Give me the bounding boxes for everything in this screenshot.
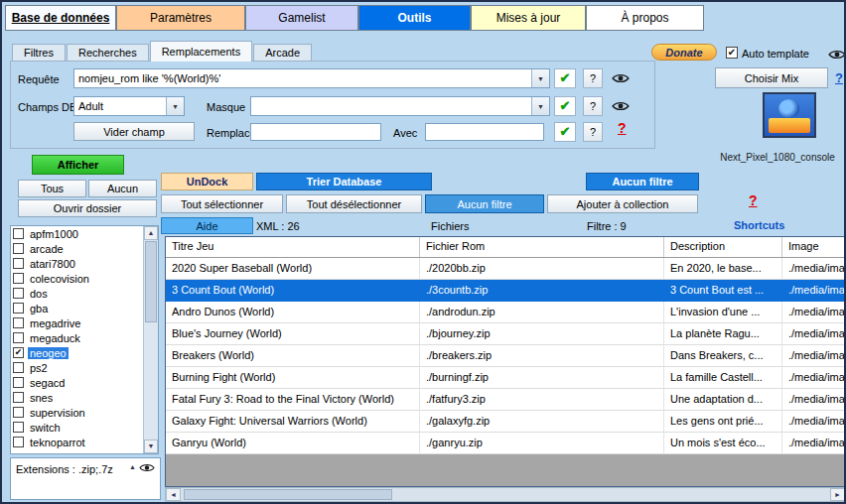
scroll-down-arrow-icon[interactable]: ▼ <box>144 440 158 453</box>
system-checkbox[interactable] <box>13 377 24 388</box>
trier-database-button[interactable]: Trier Database <box>256 173 432 190</box>
remplacer-help-button[interactable]: ? <box>583 122 603 142</box>
requete-eye-icon[interactable] <box>612 72 630 84</box>
system-item-neogeo[interactable]: ✔neogeo <box>11 345 143 360</box>
ajouter-a-collection-button[interactable]: Ajouter à collection <box>547 194 698 213</box>
system-item-supervision[interactable]: supervision <box>11 405 143 420</box>
extensions-box[interactable]: Extensions : .zip;.7z ▲ <box>10 457 161 500</box>
remplacer-validate-button[interactable]: ✔ <box>554 122 576 142</box>
system-checkbox[interactable] <box>13 332 24 343</box>
aucun-filtre-button[interactable]: Aucun filtre <box>425 194 544 213</box>
tab-gamelist[interactable]: Gamelist <box>245 5 358 31</box>
system-checkbox[interactable] <box>13 288 24 299</box>
aide-button[interactable]: Aide <box>161 217 253 234</box>
mix-help-link[interactable]: ? <box>835 70 843 85</box>
masque-help-button[interactable]: ? <box>583 96 603 116</box>
sonic2-console-thumbnail[interactable] <box>763 92 816 138</box>
form-red-help-link[interactable]: ? <box>618 120 627 136</box>
tous-button[interactable]: Tous <box>18 180 86 197</box>
table-row[interactable]: Blue's Journey (World)./bjourney.zipLa p… <box>166 323 845 345</box>
tab-a-propos[interactable]: À propos <box>586 5 704 31</box>
system-item-colecovision[interactable]: colecovision <box>11 271 143 286</box>
chevron-down-icon[interactable]: ▼ <box>531 97 549 115</box>
system-checkbox[interactable] <box>13 422 24 433</box>
tout-deselectionner-button[interactable]: Tout désélectionner <box>286 194 422 213</box>
system-item-apfm1000[interactable]: apfm1000 <box>11 226 143 241</box>
masque-validate-button[interactable]: ✔ <box>554 96 576 116</box>
table-row[interactable]: Breakers (World)./breakers.zipDans Break… <box>166 345 845 367</box>
table-row[interactable]: Fatal Fury 3: Road to the Final Victory … <box>166 389 845 411</box>
system-item-switch[interactable]: switch <box>11 420 143 435</box>
scroll-thumb[interactable] <box>145 241 157 322</box>
subtab-recherches[interactable]: Recherches <box>67 44 149 62</box>
avec-input[interactable] <box>425 123 544 141</box>
system-checkbox[interactable] <box>13 437 24 447</box>
system-item-ps2[interactable]: ps2 <box>11 360 143 375</box>
system-checkbox[interactable] <box>13 273 24 284</box>
aucun-button[interactable]: Aucun <box>88 180 157 197</box>
collection-red-help-link[interactable]: ? <box>749 192 758 208</box>
undock-button[interactable]: UnDock <box>161 173 253 190</box>
auto-template-checkbox[interactable]: ✔ <box>726 47 738 59</box>
scroll-left-arrow-icon[interactable]: ◄ <box>166 488 181 501</box>
requete-validate-button[interactable]: ✔ <box>554 68 576 88</box>
tout-selectionner-button[interactable]: Tout sélectionner <box>161 194 283 213</box>
system-checkbox[interactable] <box>13 407 24 418</box>
shortcuts-link[interactable]: Shortcuts <box>734 219 784 231</box>
column-header[interactable]: Fichier Rom <box>420 237 664 257</box>
tab-base-de-donnees[interactable]: Base de données <box>5 5 116 31</box>
table-horizontal-scrollbar[interactable]: ◄ ► <box>165 487 846 502</box>
table-row[interactable]: Ganryu (World)./ganryu.zipUn mois s'est … <box>166 433 845 454</box>
system-checkbox[interactable] <box>13 392 24 403</box>
subtab-arcade[interactable]: Arcade <box>253 44 312 62</box>
system-checkbox[interactable] <box>13 317 24 328</box>
system-item-gba[interactable]: gba <box>11 301 143 315</box>
table-row[interactable]: 2020 Super Baseball (World)./2020bb.zipE… <box>166 258 845 280</box>
chevron-down-icon[interactable]: ▼ <box>531 69 549 87</box>
vider-champ-button[interactable]: Vider champ <box>73 122 195 141</box>
requete-combobox[interactable]: nomjeu_rom like '%(World)%' ▼ <box>73 68 550 88</box>
champs-db-select[interactable]: Adult ▼ <box>73 96 185 116</box>
tab-mises-a-jour[interactable]: Mises à jour <box>471 5 586 31</box>
system-checkbox[interactable] <box>13 228 24 239</box>
systems-vertical-scrollbar[interactable]: ▲ ▼ <box>143 226 158 453</box>
aucun-filtre-top-button[interactable]: Aucun filtre <box>586 173 699 190</box>
system-item-segacd[interactable]: segacd <box>11 375 143 390</box>
table-row[interactable]: 3 Count Bout (World)./3countb.zip3 Count… <box>166 280 845 302</box>
choisir-mix-button[interactable]: Choisir Mix <box>715 67 828 88</box>
system-item-snes[interactable]: snes <box>11 390 143 405</box>
table-row[interactable]: Andro Dunos (World)./androdun.zipL'invas… <box>166 302 845 323</box>
extensions-eye-icon[interactable] <box>139 462 157 474</box>
scroll-up-arrow-icon[interactable]: ▲ <box>144 226 158 240</box>
system-item-atari7800[interactable]: atari7800 <box>11 256 143 271</box>
column-header[interactable]: Description <box>664 237 782 257</box>
eye-icon-top[interactable] <box>828 49 846 61</box>
system-checkbox[interactable]: ✔ <box>13 347 24 358</box>
scroll-thumb[interactable] <box>184 489 392 500</box>
scroll-right-arrow-icon[interactable]: ► <box>830 488 845 501</box>
requete-help-button[interactable]: ? <box>583 68 603 88</box>
system-item-megaduck[interactable]: megaduck <box>11 330 143 345</box>
afficher-button[interactable]: Afficher <box>32 155 124 175</box>
tab-outils[interactable]: Outils <box>358 5 471 31</box>
donate-button[interactable]: Donate <box>651 44 717 61</box>
subtab-remplacements[interactable]: Remplacements <box>150 41 252 62</box>
tab-parametres[interactable]: Paramètres <box>116 5 245 31</box>
system-item-dos[interactable]: dos <box>11 286 143 301</box>
column-header[interactable]: Image <box>782 237 845 257</box>
system-checkbox[interactable] <box>13 303 24 314</box>
scroll-up-arrow-icon[interactable]: ▲ <box>129 463 136 470</box>
ouvrir-dossier-button[interactable]: Ouvrir dossier <box>18 199 157 217</box>
table-row[interactable]: Galaxy Fight: Universal Warriors (World)… <box>166 411 845 433</box>
system-item-arcade[interactable]: arcade <box>11 241 143 256</box>
system-item-megadrive[interactable]: megadrive <box>11 315 143 330</box>
system-checkbox[interactable] <box>13 243 24 254</box>
system-item-teknoparrot[interactable]: teknoparrot <box>11 435 143 449</box>
masque-eye-icon[interactable] <box>612 100 630 112</box>
masque-combobox[interactable]: ▼ <box>250 96 550 116</box>
system-checkbox[interactable] <box>13 258 24 269</box>
chevron-down-icon[interactable]: ▼ <box>166 97 184 115</box>
table-row[interactable]: Burning Fight (World)./burningf.zipLa fa… <box>166 367 845 389</box>
subtab-filtres[interactable]: Filtres <box>12 44 66 62</box>
system-checkbox[interactable] <box>13 362 24 373</box>
